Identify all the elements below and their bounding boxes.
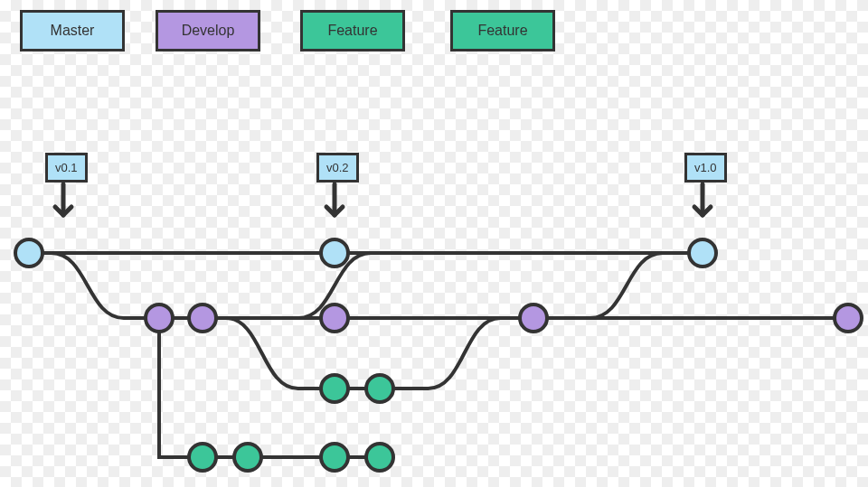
commit-node <box>520 304 547 332</box>
edge <box>29 253 159 318</box>
edge <box>380 318 533 389</box>
edge <box>159 318 203 457</box>
tag-arrow-head <box>55 207 71 215</box>
commit-node <box>689 239 716 267</box>
commit-node <box>366 444 393 471</box>
edge <box>203 318 335 389</box>
commit-node <box>146 304 173 332</box>
tag-v10: v1.0 <box>684 153 727 183</box>
tag-v10-text: v1.0 <box>694 161 717 174</box>
commit-node <box>321 239 348 267</box>
commit-node <box>189 444 216 471</box>
commit-node <box>234 444 261 471</box>
commit-node <box>321 375 348 402</box>
git-flow-graph <box>0 0 868 487</box>
edge <box>533 253 703 318</box>
tag-v02-text: v0.2 <box>326 161 349 174</box>
commit-node <box>189 304 216 332</box>
tag-v02: v0.2 <box>316 153 359 183</box>
commit-node <box>15 239 42 267</box>
branch-master-label: Master <box>20 10 125 52</box>
edge <box>298 253 371 318</box>
branch-master-text: Master <box>51 23 95 38</box>
branch-develop-text: Develop <box>182 23 235 38</box>
branch-feature1-label: Feature <box>300 10 405 52</box>
tag-v01-text: v0.1 <box>55 161 78 174</box>
tag-v01: v0.1 <box>45 153 88 183</box>
commit-node <box>835 304 862 332</box>
branch-feature2-text: Feature <box>477 23 527 38</box>
branch-feature1-text: Feature <box>327 23 377 38</box>
tag-arrow-head <box>326 207 343 215</box>
commit-node <box>366 375 393 402</box>
branch-feature2-label: Feature <box>450 10 555 52</box>
commit-node <box>321 444 348 471</box>
branch-develop-label: Develop <box>156 10 260 52</box>
tag-arrow-head <box>694 207 711 215</box>
commit-node <box>321 304 348 332</box>
